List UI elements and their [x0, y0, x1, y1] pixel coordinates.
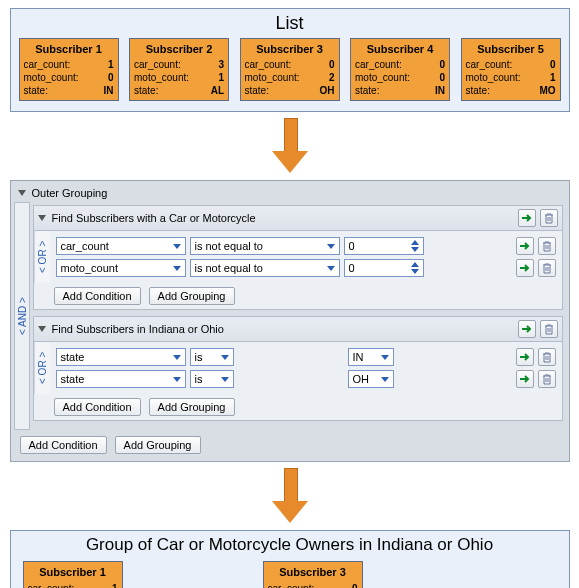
- add-group-button[interactable]: [518, 320, 536, 338]
- field-select[interactable]: moto_count: [56, 259, 186, 277]
- result-panel: Group of Car or Motorcycle Owners in Ind…: [10, 530, 570, 588]
- add-grouping-button[interactable]: Add Grouping: [149, 398, 235, 416]
- add-grouping-button[interactable]: Add Grouping: [115, 436, 201, 454]
- add-row-button[interactable]: [516, 370, 534, 388]
- value-select[interactable]: OH: [348, 370, 394, 388]
- chevron-down-icon: [173, 355, 181, 360]
- flow-arrow-icon: [272, 468, 308, 524]
- subscriber-card: Subscriber 4 car_count:0 moto_count:0 st…: [350, 38, 450, 101]
- operator-select[interactable]: is not equal to: [190, 237, 340, 255]
- group-title: Find Subscribers with a Car or Motorcycl…: [52, 212, 256, 224]
- delete-group-button[interactable]: [540, 209, 558, 227]
- field-select[interactable]: state: [56, 370, 186, 388]
- operator-select[interactable]: is: [190, 370, 234, 388]
- field-select[interactable]: state: [56, 348, 186, 366]
- value-spinner[interactable]: 0: [344, 259, 424, 277]
- spinner-arrows-icon: [411, 240, 419, 252]
- chevron-down-icon: [221, 355, 229, 360]
- add-row-button[interactable]: [516, 259, 534, 277]
- condition-group: Find Subscribers with a Car or Motorcycl…: [33, 205, 563, 310]
- or-operator-rail[interactable]: < OR >: [34, 231, 50, 283]
- group-header[interactable]: Find Subscribers with a Car or Motorcycl…: [34, 206, 562, 231]
- add-grouping-button[interactable]: Add Grouping: [149, 287, 235, 305]
- subscriber-card: Subscriber 1 car_count:1 moto_count:0 st…: [19, 38, 119, 101]
- query-builder-panel: Outer Grouping < AND > Find Subscribers …: [10, 180, 570, 462]
- operator-select[interactable]: is: [190, 348, 234, 366]
- and-operator-rail[interactable]: < AND >: [14, 202, 30, 430]
- add-condition-button[interactable]: Add Condition: [54, 398, 141, 416]
- condition-row: car_count is not equal to 0: [56, 235, 556, 257]
- subscriber-card: Subscriber 1 car_count:1 moto_count:0 st…: [23, 561, 123, 588]
- chevron-down-icon: [173, 377, 181, 382]
- add-group-button[interactable]: [518, 209, 536, 227]
- chevron-down-icon: [173, 266, 181, 271]
- chevron-down-icon: [221, 377, 229, 382]
- source-list-title: List: [19, 13, 561, 34]
- condition-row: state is IN: [56, 346, 556, 368]
- collapse-icon: [38, 326, 46, 332]
- spinner-arrows-icon: [411, 262, 419, 274]
- result-title: Group of Car or Motorcycle Owners in Ind…: [19, 535, 561, 555]
- collapse-icon: [18, 190, 26, 196]
- chevron-down-icon: [327, 266, 335, 271]
- outer-grouping-label: Outer Grouping: [32, 187, 108, 199]
- source-list-panel: List Subscriber 1 car_count:1 moto_count…: [10, 8, 570, 112]
- field-select[interactable]: car_count: [56, 237, 186, 255]
- chevron-down-icon: [327, 244, 335, 249]
- add-condition-button[interactable]: Add Condition: [54, 287, 141, 305]
- subscriber-card: Subscriber 3 car_count:0 moto_count:2 st…: [263, 561, 363, 588]
- add-condition-button[interactable]: Add Condition: [20, 436, 107, 454]
- collapse-icon: [38, 215, 46, 221]
- outer-grouping-header[interactable]: Outer Grouping: [14, 184, 566, 202]
- subscriber-card: Subscriber 5 car_count:0 moto_count:1 st…: [461, 38, 561, 101]
- subscriber-card: Subscriber 2 car_count:3 moto_count:1 st…: [129, 38, 229, 101]
- delete-row-button[interactable]: [538, 370, 556, 388]
- add-row-button[interactable]: [516, 348, 534, 366]
- delete-group-button[interactable]: [540, 320, 558, 338]
- chevron-down-icon: [173, 244, 181, 249]
- condition-row: state is OH: [56, 368, 556, 390]
- value-spinner[interactable]: 0: [344, 237, 424, 255]
- or-operator-rail[interactable]: < OR >: [34, 342, 50, 394]
- group-title: Find Subscribers in Indiana or Ohio: [52, 323, 224, 335]
- chevron-down-icon: [381, 355, 389, 360]
- chevron-down-icon: [381, 377, 389, 382]
- group-header[interactable]: Find Subscribers in Indiana or Ohio: [34, 317, 562, 342]
- subscriber-title: Subscriber 1: [24, 42, 114, 56]
- delete-row-button[interactable]: [538, 237, 556, 255]
- flow-arrow-icon: [272, 118, 308, 174]
- subscriber-card: Subscriber 3 car_count:0 moto_count:2 st…: [240, 38, 340, 101]
- operator-select[interactable]: is not equal to: [190, 259, 340, 277]
- condition-group: Find Subscribers in Indiana or Ohio < OR…: [33, 316, 563, 421]
- value-select[interactable]: IN: [348, 348, 394, 366]
- condition-row: moto_count is not equal to 0: [56, 257, 556, 279]
- add-row-button[interactable]: [516, 237, 534, 255]
- source-subscribers-row: Subscriber 1 car_count:1 moto_count:0 st…: [19, 38, 561, 101]
- delete-row-button[interactable]: [538, 348, 556, 366]
- delete-row-button[interactable]: [538, 259, 556, 277]
